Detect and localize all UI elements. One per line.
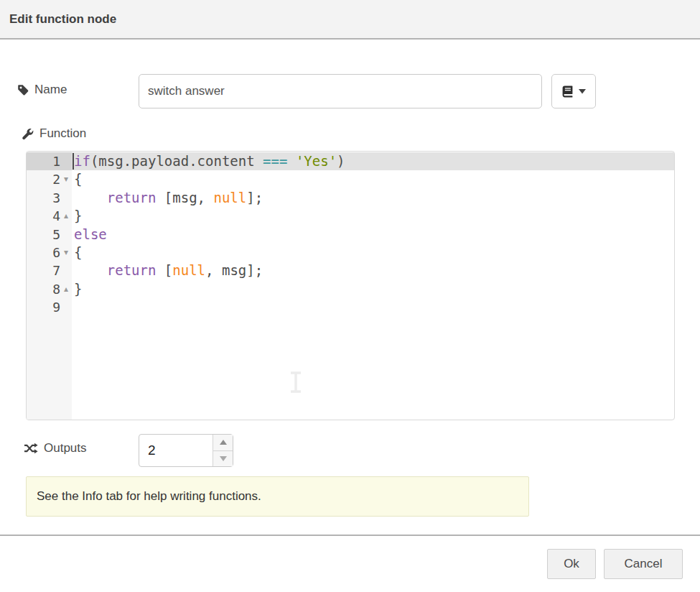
book-icon xyxy=(561,85,574,98)
token-plain: ]; xyxy=(246,190,263,205)
gutter-cell: 4▴ xyxy=(27,207,72,225)
gutter-cell: 6▾ xyxy=(27,244,72,262)
fold-close-icon[interactable]: ▴ xyxy=(60,207,72,225)
edit-function-node-dialog: Edit function node Name Funct xyxy=(0,0,700,592)
token-constant: null xyxy=(172,262,205,278)
code-line-content: } xyxy=(72,207,674,225)
token-plain: } xyxy=(74,208,82,223)
gutter-cell: 9 xyxy=(27,298,72,316)
outputs-value[interactable]: 2 xyxy=(148,435,156,466)
ibeam-cursor xyxy=(287,371,304,397)
fold-close-icon[interactable]: ▴ xyxy=(60,280,72,298)
token-plain: (msg.payload.content xyxy=(90,153,263,169)
code-line[interactable]: 2▾{ xyxy=(27,170,674,188)
code-line-content: { xyxy=(72,244,674,262)
token-plain xyxy=(74,262,107,278)
outputs-spinner[interactable]: 2 xyxy=(139,434,233,467)
token-keyword: return xyxy=(107,190,157,205)
line-number: 6 xyxy=(52,244,60,262)
gutter-cell: 2▾ xyxy=(27,170,72,188)
footer-divider xyxy=(0,535,700,536)
token-plain: { xyxy=(74,244,82,260)
line-number: 9 xyxy=(52,298,60,316)
function-label: Function xyxy=(39,126,86,141)
line-number: 2 xyxy=(52,170,60,188)
dialog-title: Edit function node xyxy=(9,12,116,27)
arrow-down-icon xyxy=(220,456,227,461)
token-keyword: if xyxy=(74,153,90,169)
line-number: 1 xyxy=(52,152,60,170)
code-line[interactable]: 6▾{ xyxy=(27,244,674,262)
library-button[interactable] xyxy=(551,74,596,108)
line-number: 4 xyxy=(52,207,60,225)
token-plain: ) xyxy=(337,153,345,169)
tag-icon xyxy=(17,84,29,96)
code-line-content: else xyxy=(72,226,674,244)
token-plain: } xyxy=(74,281,82,297)
arrow-up-icon xyxy=(220,440,227,445)
token-plain xyxy=(74,190,107,205)
name-input[interactable] xyxy=(139,74,542,108)
spinner-up-button[interactable] xyxy=(213,435,233,451)
code-line[interactable]: 3 return [msg, null]; xyxy=(27,189,674,207)
code-editor[interactable]: 1if(msg.payload.content === 'Yes')2▾{3 r… xyxy=(26,151,675,420)
name-label: Name xyxy=(34,83,67,97)
chevron-down-icon xyxy=(579,89,586,94)
outputs-label: Outputs xyxy=(44,441,87,455)
line-number: 8 xyxy=(52,280,60,298)
gutter-cell: 8▴ xyxy=(27,280,72,298)
code-line[interactable]: 5else xyxy=(27,226,674,244)
outputs-label-row: Outputs xyxy=(24,441,87,455)
code-line-content: return [null, msg]; xyxy=(72,262,674,279)
token-keyword: return xyxy=(107,262,157,278)
code-line-content xyxy=(72,298,674,316)
fold-open-icon[interactable]: ▾ xyxy=(60,244,72,262)
function-label-row: Function xyxy=(22,126,86,141)
code-line-content: return [msg, null]; xyxy=(72,189,674,207)
token-plain: [msg, xyxy=(156,190,213,205)
line-number: 5 xyxy=(52,226,60,244)
wrench-icon xyxy=(22,128,34,140)
code-line[interactable]: 8▴} xyxy=(27,280,674,298)
line-number: 7 xyxy=(52,262,60,279)
spinner-down-button[interactable] xyxy=(213,451,233,467)
random-icon xyxy=(24,443,38,454)
gutter-cell: 1 xyxy=(27,152,72,170)
code-line[interactable]: 7 return [null, msg]; xyxy=(27,262,674,279)
token-string: 'Yes' xyxy=(296,153,337,169)
code-line-content: { xyxy=(72,170,674,188)
gutter-cell: 5 xyxy=(27,226,72,244)
code-line-content: } xyxy=(72,280,674,298)
gutter-cell: 7 xyxy=(27,262,72,279)
fold-open-icon[interactable]: ▾ xyxy=(60,170,72,188)
gutter-cell: 3 xyxy=(27,189,72,207)
info-tip: See the Info tab for help writing functi… xyxy=(26,476,529,517)
token-plain xyxy=(287,153,295,169)
ok-button[interactable]: Ok xyxy=(547,549,596,579)
code-editor-rows: 1if(msg.payload.content === 'Yes')2▾{3 r… xyxy=(27,152,674,317)
token-keyword: else xyxy=(74,226,107,242)
token-constant: null xyxy=(213,190,246,205)
token-plain: , msg]; xyxy=(205,262,263,278)
token-plain: [ xyxy=(156,262,172,278)
line-number: 3 xyxy=(52,189,60,207)
info-tip-text: See the Info tab for help writing functi… xyxy=(37,489,261,504)
code-line[interactable]: 4▴} xyxy=(27,207,674,225)
cancel-button[interactable]: Cancel xyxy=(604,549,683,579)
token-operator: === xyxy=(263,153,287,169)
code-line-content: if(msg.payload.content === 'Yes') xyxy=(72,152,674,170)
text-caret xyxy=(73,153,74,170)
token-plain: { xyxy=(74,171,82,187)
code-line[interactable]: 9 xyxy=(27,298,674,316)
dialog-header: Edit function node xyxy=(0,0,700,40)
code-line[interactable]: 1if(msg.payload.content === 'Yes') xyxy=(27,152,674,170)
spinner-buttons xyxy=(213,435,233,466)
name-label-row: Name xyxy=(17,83,67,97)
